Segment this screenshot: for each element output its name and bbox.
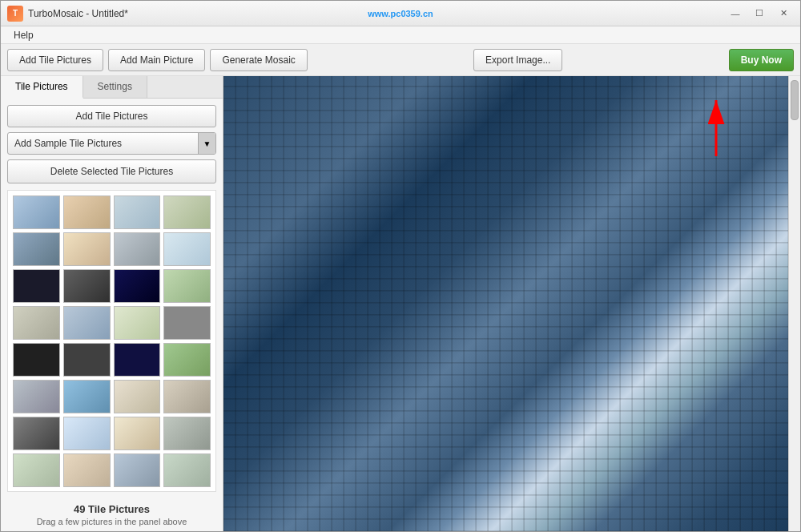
thumbnail-8[interactable] (163, 232, 211, 266)
delete-selected-button[interactable]: Delete Selected Tile Pictures (7, 159, 216, 183)
sidebar: Tile Pictures Settings Add Tile Pictures… (1, 76, 223, 531)
thumbnail-31[interactable] (114, 453, 161, 487)
thumbnail-28[interactable] (163, 417, 211, 450)
mosaic-image (223, 76, 800, 531)
thumbnail-20[interactable] (163, 343, 211, 377)
title-bar: T TurboMosaic - Untitled* www.pc0359.cn … (1, 1, 800, 26)
thumbnail-21[interactable] (13, 380, 60, 413)
thumbnail-9[interactable] (13, 269, 60, 303)
thumbnail-12[interactable] (163, 269, 211, 303)
thumbnail-26[interactable] (63, 417, 111, 450)
tab-settings[interactable]: Settings (83, 76, 147, 98)
add-sample-label: Add Sample Tile Pictures (8, 138, 198, 149)
thumbnail-4[interactable] (163, 195, 211, 229)
thumbnail-17[interactable] (13, 343, 60, 377)
thumbnail-30[interactable] (63, 453, 111, 487)
thumbnail-11[interactable] (114, 269, 161, 303)
app-icon: T (7, 6, 23, 22)
thumbnail-1[interactable] (13, 195, 60, 229)
tile-hint-text: Drag a few pictures in the panel above (7, 517, 216, 526)
tile-count-label: 49 Tile Pictures (7, 503, 216, 515)
close-button[interactable]: ✕ (773, 6, 794, 22)
sidebar-footer: 49 Tile Pictures Drag a few pictures in … (1, 498, 223, 531)
thumbnail-19[interactable] (114, 343, 161, 377)
tab-bar: Tile Pictures Settings (1, 76, 223, 99)
thumbnail-16[interactable] (163, 306, 211, 340)
main-content: Tile Pictures Settings Add Tile Pictures… (1, 76, 800, 531)
export-image-button[interactable]: Export Image... (473, 49, 562, 71)
thumbnail-24[interactable] (163, 380, 211, 413)
mosaic-tile-overlay (223, 76, 800, 531)
thumbnail-7[interactable] (114, 232, 161, 266)
menu-bar: Help (1, 26, 800, 44)
sidebar-controls: Add Tile Pictures Add Sample Tile Pictur… (1, 99, 223, 190)
add-main-picture-button[interactable]: Add Main Picture (108, 49, 205, 71)
generate-mosaic-button[interactable]: Generate Mosaic (210, 49, 307, 71)
thumbnail-27[interactable] (114, 417, 161, 450)
add-tile-pictures-button[interactable]: Add Tile Pictures (7, 105, 216, 127)
toolbar: Add Tile Pictures Add Main Picture Gener… (1, 44, 800, 76)
title-bar-left: T TurboMosaic - Untitled* (7, 6, 128, 22)
buy-now-button[interactable]: Buy Now (729, 49, 794, 71)
dropdown-arrow-icon[interactable]: ▼ (198, 133, 215, 154)
thumbnail-grid (13, 195, 211, 487)
thumbnail-3[interactable] (114, 195, 161, 229)
thumbnail-13[interactable] (13, 306, 60, 340)
menu-help[interactable]: Help (7, 28, 40, 42)
tab-tile-pictures[interactable]: Tile Pictures (1, 76, 83, 99)
thumbnail-6[interactable] (63, 232, 111, 266)
window-controls: — ☐ ✕ (725, 6, 794, 22)
thumbnail-2[interactable] (63, 195, 111, 229)
thumbnail-25[interactable] (13, 417, 60, 450)
thumbnail-10[interactable] (63, 269, 111, 303)
main-window: T TurboMosaic - Untitled* www.pc0359.cn … (0, 0, 801, 532)
window-title: TurboMosaic - Untitled* (28, 8, 128, 19)
thumbnail-22[interactable] (63, 380, 111, 413)
thumbnail-29[interactable] (13, 453, 60, 487)
title-watermark: www.pc0359.cn (368, 9, 433, 18)
scroll-thumb[interactable] (791, 80, 799, 120)
add-tile-pictures-toolbar-button[interactable]: Add Tile Pictures (7, 49, 103, 71)
maximize-button[interactable]: ☐ (749, 6, 770, 22)
add-sample-dropdown[interactable]: Add Sample Tile Pictures ▼ (7, 132, 216, 155)
thumbnail-18[interactable] (63, 343, 111, 377)
thumbnail-grid-area[interactable] (7, 190, 216, 492)
thumbnail-32[interactable] (163, 453, 211, 487)
canvas-area (223, 76, 800, 531)
thumbnail-15[interactable] (114, 306, 161, 340)
thumbnail-23[interactable] (114, 380, 161, 413)
thumbnail-5[interactable] (13, 232, 60, 266)
thumbnail-14[interactable] (63, 306, 111, 340)
minimize-button[interactable]: — (725, 6, 746, 22)
vertical-scrollbar[interactable] (788, 76, 800, 531)
